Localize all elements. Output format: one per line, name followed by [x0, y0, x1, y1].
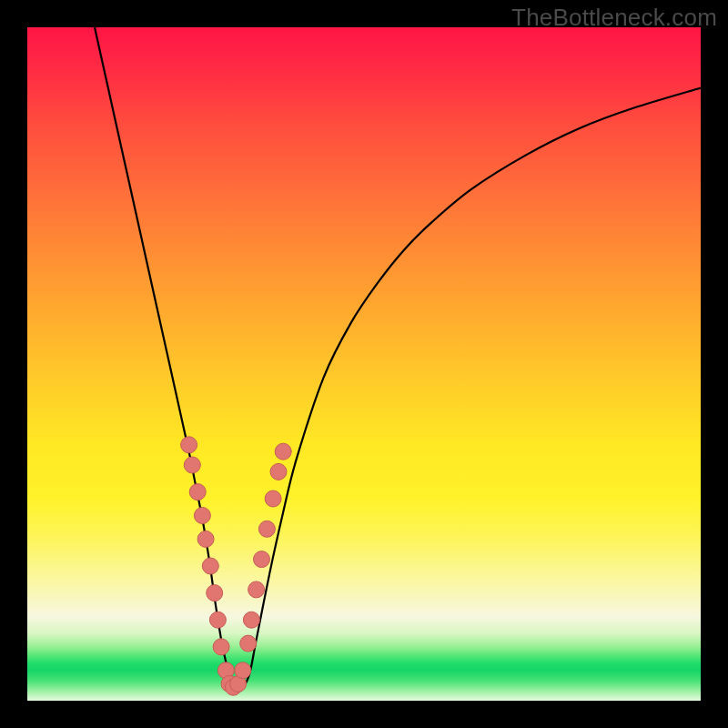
- curve-marker: [209, 612, 226, 628]
- curve-marker: [275, 443, 291, 460]
- curve-marker: [254, 551, 270, 568]
- curve-layer: [27, 27, 701, 701]
- curve-marker: [248, 581, 265, 598]
- watermark-text: TheBottleneck.com: [511, 4, 717, 32]
- curve-marker: [202, 558, 218, 574]
- curve-marker: [184, 457, 200, 473]
- curve-marker: [189, 484, 206, 500]
- curve-marker: [265, 490, 281, 507]
- curve-marker: [197, 531, 214, 547]
- chart-frame: TheBottleneck.com: [0, 0, 728, 728]
- curve-marker: [181, 437, 197, 453]
- curve-marker: [235, 662, 251, 679]
- curve-marker: [213, 639, 229, 655]
- curve-marker: [270, 463, 287, 480]
- bottleneck-curve: [95, 27, 701, 689]
- curve-marker: [194, 508, 210, 524]
- curve-marker: [258, 521, 275, 537]
- curve-marker: [240, 635, 257, 652]
- curve-marker: [243, 612, 259, 628]
- gradient-plot-area: [27, 27, 701, 701]
- curve-marker: [207, 585, 223, 602]
- marker-group: [181, 437, 292, 695]
